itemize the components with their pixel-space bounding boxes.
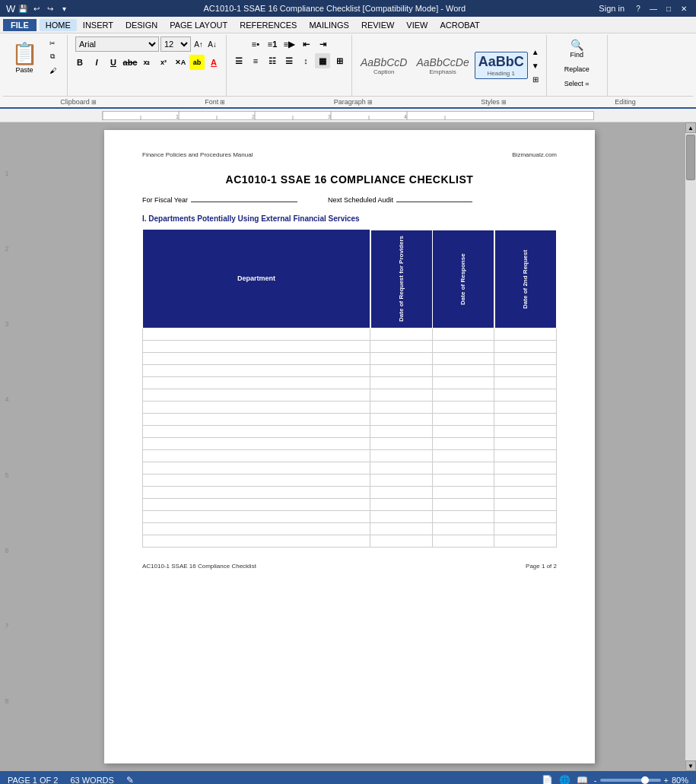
table-cell[interactable] [370, 535, 433, 547]
quick-dropdown[interactable]: ▾ [58, 2, 70, 14]
font-name-select[interactable]: Arial [75, 37, 159, 52]
document[interactable]: Finance Policies and Procedures Manual B… [104, 130, 595, 763]
editing-label[interactable]: Editing [607, 97, 644, 106]
styles-expand-icon[interactable]: ⊞ [501, 99, 507, 106]
table-cell[interactable] [432, 522, 494, 535]
close-button[interactable]: ✕ [678, 2, 690, 14]
table-cell[interactable] [143, 522, 370, 535]
sign-in[interactable]: Sign in [599, 4, 624, 13]
table-cell[interactable] [143, 340, 370, 352]
paste-button[interactable]: 📋 Paste [8, 37, 41, 78]
table-cell[interactable] [494, 462, 557, 474]
table-cell[interactable] [432, 462, 494, 474]
menu-home[interactable]: HOME [40, 19, 77, 31]
superscript-button[interactable]: x² [156, 55, 171, 70]
table-cell[interactable] [370, 486, 433, 498]
menu-acrobat[interactable]: ACROBAT [434, 19, 485, 31]
menu-insert[interactable]: INSERT [77, 19, 119, 31]
table-cell[interactable] [494, 389, 557, 401]
style-emphasis[interactable]: AaBbCcDe Emphasis [412, 54, 472, 78]
minimize-button[interactable]: — [647, 2, 659, 14]
zoom-in-button[interactable]: + [664, 776, 669, 784]
table-cell[interactable] [432, 486, 494, 498]
table-cell[interactable] [494, 376, 557, 389]
text-highlight-button[interactable]: ab [189, 55, 205, 70]
quick-undo[interactable]: ↩ [30, 2, 43, 14]
table-cell[interactable] [432, 510, 494, 522]
font-color-button[interactable]: A [206, 55, 221, 70]
style-heading1[interactable]: AaBbC Heading 1 [475, 52, 528, 79]
table-cell[interactable] [370, 498, 433, 510]
quick-save[interactable]: 💾 [17, 2, 29, 14]
table-cell[interactable] [143, 425, 370, 437]
table-cell[interactable] [494, 328, 557, 340]
table-cell[interactable] [370, 449, 433, 462]
menu-page-layout[interactable]: PAGE LAYOUT [164, 19, 234, 31]
copy-button[interactable]: ⧉ [43, 50, 62, 63]
styles-scroll-up[interactable]: ▲ [529, 46, 542, 58]
italic-button[interactable]: I [89, 55, 104, 70]
table-cell[interactable] [494, 535, 557, 547]
table-cell[interactable] [494, 340, 557, 352]
view-read-icon[interactable]: 📖 [577, 775, 588, 784]
table-cell[interactable] [143, 352, 370, 364]
quick-redo[interactable]: ↪ [44, 2, 56, 14]
zoom-slider[interactable] [600, 779, 661, 782]
menu-references[interactable]: REFERENCES [234, 19, 303, 31]
table-cell[interactable] [432, 376, 494, 389]
subscript-button[interactable]: x₂ [139, 55, 154, 70]
styles-expand[interactable]: ⊞ [529, 73, 542, 85]
table-cell[interactable] [494, 437, 557, 449]
increase-indent-button[interactable]: ⇥ [315, 37, 330, 52]
table-cell[interactable] [494, 364, 557, 376]
font-label[interactable]: Font ⊞ [197, 97, 233, 106]
font-grow-button[interactable]: A↑ [192, 38, 205, 50]
scroll-down-button[interactable]: ▼ [685, 760, 696, 771]
find-button[interactable]: 🔍 Find [560, 37, 593, 61]
bullets-button[interactable]: ≡• [248, 37, 263, 52]
bold-button[interactable]: B [72, 55, 87, 70]
clipboard-expand-icon[interactable]: ⊞ [91, 99, 97, 106]
multilevel-button[interactable]: ≡▶ [281, 37, 297, 52]
table-cell[interactable] [432, 425, 494, 437]
table-cell[interactable] [143, 401, 370, 413]
table-cell[interactable] [494, 498, 557, 510]
table-cell[interactable] [370, 364, 433, 376]
table-cell[interactable] [370, 522, 433, 535]
table-cell[interactable] [494, 352, 557, 364]
table-cell[interactable] [494, 510, 557, 522]
justify-button[interactable]: ☰ [281, 53, 297, 68]
table-cell[interactable] [370, 401, 433, 413]
table-cell[interactable] [370, 437, 433, 449]
cut-button[interactable]: ✂ [43, 37, 62, 49]
table-cell[interactable] [370, 462, 433, 474]
zoom-thumb[interactable] [641, 776, 649, 784]
table-cell[interactable] [143, 535, 370, 547]
menu-view[interactable]: VIEW [400, 19, 434, 31]
clear-format-button[interactable]: ✕A [173, 55, 188, 70]
underline-button[interactable]: U [106, 55, 121, 70]
table-cell[interactable] [432, 437, 494, 449]
line-spacing-button[interactable]: ↕ [298, 53, 313, 68]
clipboard-label[interactable]: Clipboard ⊞ [52, 97, 104, 106]
table-cell[interactable] [494, 522, 557, 535]
paragraph-expand-icon[interactable]: ⊞ [367, 99, 373, 106]
paragraph-label[interactable]: Paragraph ⊞ [326, 97, 380, 106]
table-cell[interactable] [432, 535, 494, 547]
table-cell[interactable] [143, 376, 370, 389]
table-cell[interactable] [494, 425, 557, 437]
table-cell[interactable] [370, 340, 433, 352]
font-expand-icon[interactable]: ⊞ [220, 99, 225, 106]
format-painter-button[interactable]: 🖌 [43, 64, 62, 77]
zoom-out-button[interactable]: - [594, 776, 597, 784]
table-cell[interactable] [143, 389, 370, 401]
table-cell[interactable] [494, 401, 557, 413]
align-center-button[interactable]: ≡ [248, 53, 263, 68]
table-cell[interactable] [143, 510, 370, 522]
scroll-up-button[interactable]: ▲ [685, 122, 696, 133]
table-cell[interactable] [143, 498, 370, 510]
table-cell[interactable] [432, 413, 494, 425]
help-button[interactable]: ? [632, 2, 644, 14]
shading-button[interactable]: ▦ [315, 53, 330, 68]
table-cell[interactable] [143, 449, 370, 462]
